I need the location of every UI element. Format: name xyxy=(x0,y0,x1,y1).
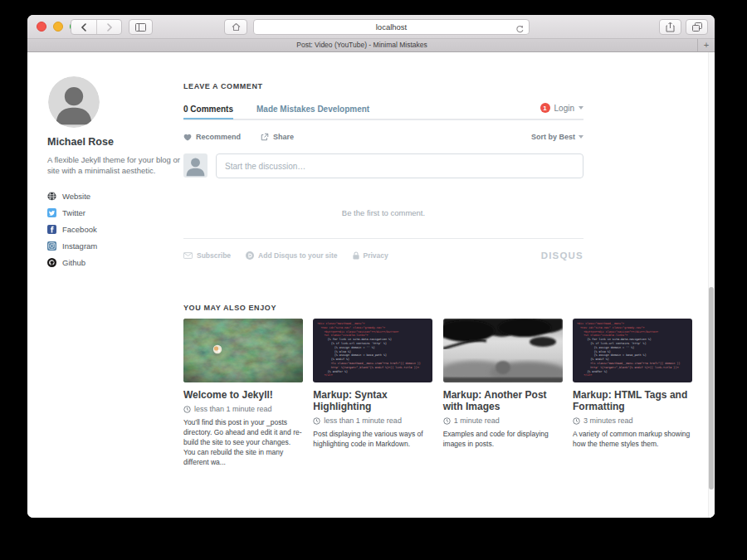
share-comment-button[interactable]: Share xyxy=(261,133,294,141)
post-excerpt: Examples and code for displaying images … xyxy=(443,429,563,449)
sidebar-link-label: Facebook xyxy=(62,225,97,234)
read-time: 1 minute read xyxy=(443,416,563,425)
page-content: Michael Rose A flexible Jekyll theme for… xyxy=(27,52,715,518)
forward-button[interactable] xyxy=(96,20,121,34)
sidebar-item-instagram[interactable]: Instagram xyxy=(47,237,182,254)
sidebar-item-facebook[interactable]: Facebook xyxy=(47,221,182,237)
scrollbar-thumb[interactable] xyxy=(709,287,714,489)
disqus-actions: Recommend Share Sort by Best xyxy=(183,130,583,144)
sidebar-item-twitter[interactable]: Twitter xyxy=(47,204,182,221)
code-screenshot: <div class="masthead__menu"> <nav id="si… xyxy=(313,319,432,382)
subscribe-label: Subscribe xyxy=(197,251,231,260)
disqus-footer: Subscribe Add Disqus to your site Privac… xyxy=(183,249,583,262)
sidebar-toggle-button[interactable] xyxy=(129,19,153,35)
clock-icon xyxy=(573,417,580,425)
login-label: Login xyxy=(554,104,574,113)
tabs-icon xyxy=(692,22,702,32)
disqus-nav: 0 Comments Made Mistakes Development 1 L… xyxy=(183,99,583,120)
share-button[interactable] xyxy=(659,19,681,35)
subscribe-link[interactable]: Subscribe xyxy=(183,251,231,260)
read-time: less than 1 minute read xyxy=(183,405,303,413)
login-menu[interactable]: 1 Login xyxy=(540,103,583,113)
instagram-icon xyxy=(47,241,56,251)
home-icon xyxy=(232,22,241,32)
tab-bar: Post: Video (YouTube) - Minimal Mistakes… xyxy=(27,39,715,52)
share-label: Share xyxy=(273,133,294,141)
commenter-avatar xyxy=(183,153,208,178)
clock-icon xyxy=(183,406,191,413)
recommend-label: Recommend xyxy=(196,133,241,141)
sort-label: Sort by Best xyxy=(531,133,575,141)
community-link[interactable]: Made Mistakes Development xyxy=(256,105,369,114)
caret-down-icon xyxy=(579,106,583,110)
post-title[interactable]: Markup: Another Post with Images xyxy=(443,389,563,412)
nav-button-group xyxy=(71,19,122,35)
sidebar-item-website[interactable]: Website xyxy=(47,187,182,204)
foggy-trees-photo xyxy=(443,319,563,382)
leave-a-comment-heading: LEAVE A COMMENT xyxy=(183,82,263,90)
tab-overview-button[interactable] xyxy=(686,19,708,35)
comment-input[interactable] xyxy=(216,153,583,178)
read-time-label: less than 1 minute read xyxy=(324,416,402,425)
share-upload-icon xyxy=(666,22,675,32)
sidebar-item-github[interactable]: Github xyxy=(47,254,182,270)
github-icon xyxy=(47,258,56,267)
home-button[interactable] xyxy=(224,19,247,35)
desktop-background: localhost Post: Video (YouTube) - Minima… xyxy=(0,0,747,560)
post-excerpt: You'll find this post in your _posts dir… xyxy=(183,417,303,467)
browser-toolbar: localhost xyxy=(27,15,715,39)
address-bar[interactable]: localhost xyxy=(253,19,530,35)
refresh-button[interactable] xyxy=(515,22,525,37)
close-window-button[interactable] xyxy=(37,22,46,32)
sidebar-link-label: Twitter xyxy=(62,208,85,217)
you-may-also-enjoy-heading: YOU MAY ALSO ENJOY xyxy=(183,304,276,312)
sidebar-icon xyxy=(135,23,146,32)
read-time-label: less than 1 minute read xyxy=(194,405,272,413)
add-disqus-label: Add Disqus to your site xyxy=(258,251,337,260)
refresh-icon xyxy=(515,25,525,34)
tab-post-video-youtube[interactable]: Post: Video (YouTube) - Minimal Mistakes xyxy=(27,39,696,51)
disqus-embed: 0 Comments Made Mistakes Development 1 L… xyxy=(183,99,583,120)
author-sidebar: Michael Rose A flexible Jekyll theme for… xyxy=(47,76,182,270)
related-post-card[interactable]: <div class="masthead__menu"> <nav id="si… xyxy=(313,319,432,467)
related-post-card[interactable]: Welcome to Jekyll! less than 1 minute re… xyxy=(183,319,303,467)
sidebar-link-label: Instagram xyxy=(62,241,97,251)
sidebar-link-label: Github xyxy=(62,258,85,267)
read-time-label: 3 minutes read xyxy=(583,416,633,425)
clock-icon xyxy=(443,417,451,425)
minimize-window-button[interactable] xyxy=(53,22,63,32)
disqus-d-icon xyxy=(246,251,254,260)
post-title[interactable]: Welcome to Jekyll! xyxy=(183,389,303,401)
read-time: less than 1 minute read xyxy=(313,416,432,425)
globe-icon xyxy=(47,192,56,201)
empty-comments-message: Be the first to comment. xyxy=(183,208,583,217)
chevron-right-icon xyxy=(106,23,113,32)
envelope-icon xyxy=(183,252,193,259)
read-time-label: 1 minute read xyxy=(454,416,500,425)
share-icon xyxy=(261,133,269,141)
related-posts: Welcome to Jekyll! less than 1 minute re… xyxy=(183,319,692,467)
add-disqus-link[interactable]: Add Disqus to your site xyxy=(246,251,337,260)
moss-photo xyxy=(183,319,303,382)
post-title[interactable]: Markup: Syntax Highlighting xyxy=(313,389,432,412)
post-excerpt: Post displaying the various ways of high… xyxy=(313,429,432,449)
privacy-label: Privacy xyxy=(364,251,388,260)
related-post-card[interactable]: <div class="masthead__menu"> <nav id="si… xyxy=(573,319,692,467)
recommend-button[interactable]: Recommend xyxy=(183,133,241,141)
read-time: 3 minutes read xyxy=(573,416,692,425)
new-tab-button[interactable]: + xyxy=(697,39,715,51)
back-button[interactable] xyxy=(71,20,96,34)
url-text[interactable]: localhost xyxy=(254,20,529,34)
facebook-icon xyxy=(47,225,56,234)
clock-icon xyxy=(313,417,320,425)
sidebar-link-label: Website xyxy=(62,192,90,201)
disqus-logo[interactable]: DISQUS xyxy=(541,251,583,261)
related-post-card[interactable]: Markup: Another Post with Images 1 minut… xyxy=(443,319,563,467)
sort-by-best-dropdown[interactable]: Sort by Best xyxy=(531,133,583,141)
comment-count-tab[interactable]: 0 Comments xyxy=(183,100,233,119)
post-excerpt: A variety of common markup showing how t… xyxy=(573,429,692,449)
post-title[interactable]: Markup: HTML Tags and Formatting xyxy=(573,389,692,412)
privacy-link[interactable]: Privacy xyxy=(353,251,388,260)
notification-badge: 1 xyxy=(540,103,550,113)
twitter-icon xyxy=(47,208,56,217)
